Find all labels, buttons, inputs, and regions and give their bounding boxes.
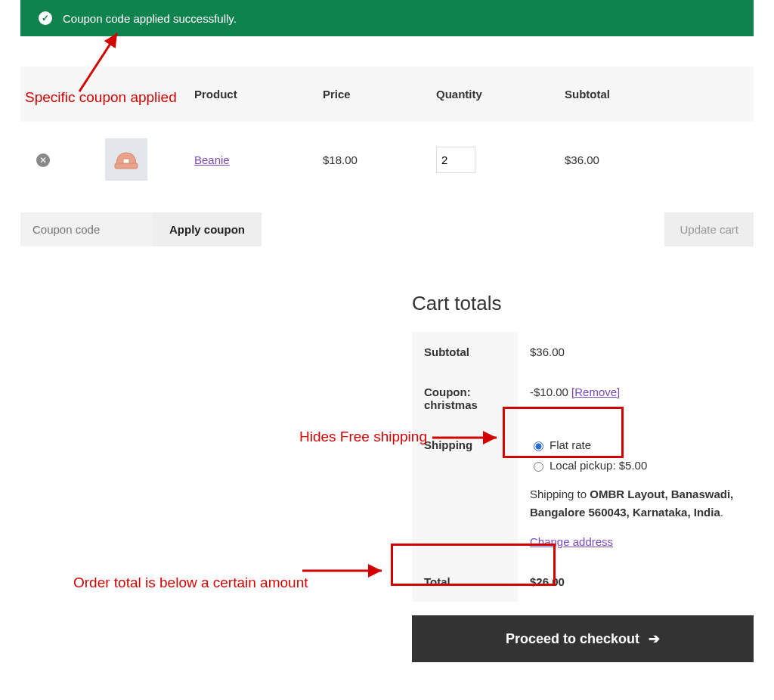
subtotal-value: $36.00: [518, 332, 754, 372]
subtotal-label: Subtotal: [412, 332, 518, 372]
total-label: Total: [412, 562, 518, 602]
shipping-option-label: Local pickup: $5.00: [550, 459, 647, 472]
coupon-row-label: Coupon: christmas: [412, 372, 518, 425]
shipping-option-label: Flat rate: [550, 438, 591, 451]
svg-rect-0: [115, 163, 138, 169]
check-icon: ✓: [39, 11, 52, 25]
shipping-flat-rate-radio[interactable]: [534, 441, 543, 451]
item-price: $18.00: [315, 122, 429, 197]
shipping-destination: Shipping to OMBR Layout, Banaswadi, Bang…: [530, 485, 741, 522]
remove-item-button[interactable]: ✕: [36, 153, 50, 167]
quantity-input[interactable]: [436, 147, 475, 173]
beanie-icon: [113, 148, 139, 171]
shipping-label: Shipping: [412, 425, 518, 562]
proceed-to-checkout-button[interactable]: Proceed to checkout ➔: [412, 615, 754, 662]
notice-message: Coupon code applied successfully.: [63, 12, 237, 25]
coupon-success-notice: ✓ Coupon code applied successfully.: [20, 0, 754, 36]
cart-totals-heading: Cart totals: [412, 292, 754, 315]
product-thumbnail[interactable]: [105, 138, 147, 181]
total-value: $26.00: [530, 575, 565, 588]
item-subtotal: $36.00: [557, 122, 754, 197]
remove-coupon-link[interactable]: [Remove]: [571, 386, 620, 398]
header-product: Product: [187, 67, 315, 122]
cart-row: ✕ Beanie $18.00: [20, 122, 754, 197]
update-cart-button[interactable]: Update cart: [664, 212, 754, 246]
svg-rect-1: [123, 159, 129, 163]
header-quantity: Quantity: [429, 67, 557, 122]
apply-coupon-button[interactable]: Apply coupon: [153, 212, 262, 246]
coupon-code-input[interactable]: [20, 212, 153, 246]
header-subtotal: Subtotal: [557, 67, 754, 122]
change-address-link[interactable]: Change address: [530, 535, 613, 548]
cart-totals-table: Subtotal $36.00 Coupon: christmas -$10.0…: [412, 332, 754, 602]
coupon-discount: -$10.00: [530, 386, 568, 398]
arrow-right-icon: ➔: [649, 630, 660, 647]
product-link[interactable]: Beanie: [194, 153, 230, 166]
cart-table: Product Price Quantity Subtotal ✕: [20, 67, 754, 197]
shipping-local-pickup-radio[interactable]: [534, 462, 543, 472]
header-price: Price: [315, 67, 429, 122]
